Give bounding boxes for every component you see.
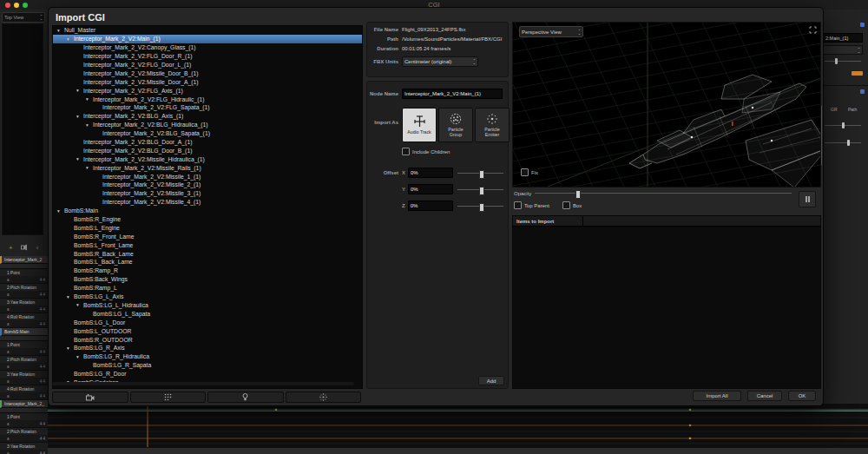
tree-item[interactable]: BombS:LG_L_Sapata — [53, 309, 362, 318]
perspective-viewport[interactable]: Perspective View ⌃⌄ Fix — [512, 22, 821, 188]
tree-item[interactable]: ▾Interceptor_Mark_2_V2:BLG_Hidraulica_(1… — [53, 121, 362, 129]
disclosure-triangle-icon[interactable]: ▾ — [67, 294, 74, 299]
import-as-particle-emitter-button[interactable]: Particle Emitter — [475, 108, 510, 142]
top-view-dropdown[interactable]: Top View ⌃⌄ — [2, 12, 45, 23]
disclosure-triangle-icon[interactable]: ▾ — [57, 208, 64, 214]
tree-item[interactable]: ▾BombS:LG_L_Axis — [53, 293, 362, 301]
add-button[interactable]: Add — [478, 376, 504, 385]
disclosure-triangle-icon[interactable]: ▾ — [86, 96, 93, 102]
tree-item[interactable]: Interceptor_Mark_2_V2:FLG_Door_L_(1) — [53, 61, 362, 69]
offset-x-value[interactable]: 0% — [408, 168, 453, 178]
tree-item[interactable]: ▾Interceptor_Mark_2_V2:FLG_Hidraulic_(1) — [53, 95, 362, 103]
import-as-audio-track-button[interactable]: Audio Track — [402, 108, 437, 142]
timeline-scrollbar[interactable] — [48, 448, 868, 454]
fbx-units-dropdown[interactable]: Centimeter (original) ⌃⌄ — [402, 56, 478, 67]
track-row-label[interactable]: 1:Point — [0, 269, 48, 276]
track-row-meta[interactable]: a4 4 — [0, 320, 48, 328]
expand-viewport-icon[interactable] — [809, 26, 817, 34]
tree-item[interactable]: ▾Interceptor_Mark_2_V2:Main_(1) — [53, 35, 362, 43]
cancel-button[interactable]: Cancel — [747, 391, 782, 401]
track-row-meta[interactable]: a4 4 — [0, 392, 48, 400]
light-filter-button[interactable] — [207, 391, 284, 403]
items-to-import-body[interactable] — [513, 226, 820, 388]
node-name-input[interactable] — [402, 89, 503, 99]
add-button[interactable]: + — [9, 244, 13, 252]
tree-item[interactable]: BombS:R_Back_Lame — [53, 249, 362, 258]
track-row-meta[interactable]: a4 4 — [0, 420, 48, 428]
tree-item[interactable]: Interceptor_Mark_2_V2:FLG_Door_R_(1) — [53, 52, 362, 61]
ok-button[interactable]: OK — [788, 391, 816, 401]
keyframe-bars-button[interactable] — [799, 191, 816, 207]
disclosure-triangle-icon[interactable]: ▾ — [67, 36, 74, 42]
tree-item[interactable]: ▾BombS:LG_R_Axis — [53, 344, 362, 352]
offset-y-value[interactable]: 0% — [408, 184, 453, 194]
disclosure-triangle-icon[interactable]: ▾ — [76, 156, 83, 161]
background-viewport[interactable] — [2, 23, 43, 235]
tree-item[interactable]: Interceptor_Mark_2_V2:Missile_Door_A_(1) — [53, 77, 362, 86]
include-children-checkbox[interactable] — [402, 148, 410, 155]
tree-item[interactable]: Interceptor_Mark_2_V2:Missile_Door_B_(1) — [53, 69, 362, 77]
tree-item[interactable]: ▾BombS:LG_L_Hidraulica — [53, 301, 362, 310]
tree-item[interactable]: BombS:L_Engine — [53, 223, 362, 232]
tree-item[interactable]: Interceptor_Mark_2_V2:Missile_4_(1) — [53, 198, 362, 207]
inspector-slider[interactable] — [825, 140, 861, 147]
track-row-meta[interactable]: a4 4 — [0, 306, 48, 313]
track-row-meta[interactable]: a4 4 — [0, 435, 48, 443]
camera-filter-button[interactable] — [52, 391, 128, 403]
track-row-meta[interactable]: a4 4 — [0, 348, 48, 356]
tree-item[interactable]: Interceptor_Mark_2_V2:Missile_2_(1) — [53, 181, 362, 189]
top-parent-checkbox[interactable] — [514, 201, 522, 209]
tree-item[interactable]: ▾BombS:Main — [53, 207, 362, 215]
track-row-meta[interactable]: a4 4 — [0, 276, 48, 284]
tree-item[interactable]: ▾Null_Master — [53, 26, 362, 35]
inspector-dropdown[interactable]: ⌃⌄ — [823, 45, 863, 55]
tree-item[interactable]: Interceptor_Mark_2_V2:Missile_3_(1) — [53, 189, 362, 198]
tree-item[interactable]: BombS:Ramp_R — [53, 266, 362, 275]
tree-item[interactable]: BombS:LG_R_Sapata — [53, 361, 362, 370]
import-as-particle-group-button[interactable]: Particle Group — [438, 108, 473, 142]
import-all-button[interactable]: Import All — [693, 391, 741, 401]
tree-item[interactable]: ▾Interceptor_Mark_2_V2:BLG_Axis_(1) — [53, 112, 362, 121]
track-group-header[interactable]: Interceptor_Mark_2 — [0, 256, 48, 264]
view-mode-dropdown[interactable]: Perspective View ⌃⌄ — [519, 26, 583, 37]
top-parent-checkbox-row[interactable]: Top Parent — [514, 201, 549, 209]
disclosure-triangle-icon[interactable]: ▾ — [76, 114, 83, 119]
group-filter-button[interactable] — [130, 391, 207, 403]
emitter-filter-button[interactable] — [286, 391, 362, 403]
track-group-header[interactable]: BombS:Main — [0, 328, 48, 336]
disclosure-triangle-icon[interactable]: ▾ — [76, 302, 83, 307]
tree-item[interactable]: ▾Interceptor_Mark_2_V2:FLG_Axis_(1) — [53, 86, 362, 95]
offset-y-slider[interactable] — [457, 186, 503, 194]
disclosure-triangle-icon[interactable]: ▾ — [67, 345, 74, 351]
box-checkbox[interactable] — [562, 201, 570, 209]
tree-horizontal-scrollbar[interactable] — [52, 382, 354, 385]
offset-x-slider[interactable] — [457, 169, 503, 177]
tree-item[interactable]: Interceptor_Mark_2_V2:BLG_Sapata_(1) — [53, 129, 362, 138]
tree-item[interactable]: Interceptor_Mark_2_V2:Missile_1_(1) — [53, 172, 362, 181]
speaker-icon[interactable] — [21, 244, 29, 251]
track-row-label[interactable]: 4:Roll Rotation — [0, 313, 48, 320]
track-row-label[interactable]: 3:Yaw Rotation — [0, 299, 48, 306]
tree-item[interactable]: ▾Interceptor_Mark_2_V2:Missile_Hidraulic… — [53, 155, 362, 163]
record-pill-button[interactable] — [852, 71, 863, 76]
fix-checkbox-row[interactable]: Fix — [521, 168, 538, 176]
track-row-label[interactable]: 2:Pitch Rotation — [0, 284, 48, 291]
track-row-label[interactable]: 3:Yaw Rotation — [0, 371, 48, 378]
tree-item[interactable]: BombS:Ramp_L — [53, 284, 362, 293]
inspector-slider[interactable] — [825, 58, 861, 65]
fix-checkbox[interactable] — [521, 168, 529, 176]
track-row-label[interactable]: 2:Pitch Rotation — [0, 356, 48, 363]
tree-item[interactable]: ▾BombS:LG_R_Hidraulica — [53, 352, 362, 361]
track-row-meta[interactable]: a4 4 — [0, 291, 48, 299]
keyframe-dot[interactable] — [689, 424, 692, 427]
track-group-header[interactable]: Interceptor_Mark_2_ — [0, 400, 48, 408]
track-row-label[interactable]: 3:Yaw Rotation — [0, 443, 48, 450]
timeline-lanes[interactable] — [48, 404, 868, 454]
disclosure-triangle-icon[interactable]: ▾ — [76, 88, 83, 93]
collapse-icon[interactable]: ‹ — [36, 244, 39, 252]
offset-z-slider[interactable] — [457, 202, 503, 210]
disclosure-triangle-icon[interactable]: ▾ — [86, 122, 93, 128]
tree-item[interactable]: Interceptor_Mark_2_V2:BLG_Door_A_(1) — [53, 138, 362, 147]
tree-item[interactable]: BombS:Back_Wings — [53, 275, 362, 284]
tree-item[interactable]: BombS:L_OUTDOOR — [53, 326, 362, 335]
